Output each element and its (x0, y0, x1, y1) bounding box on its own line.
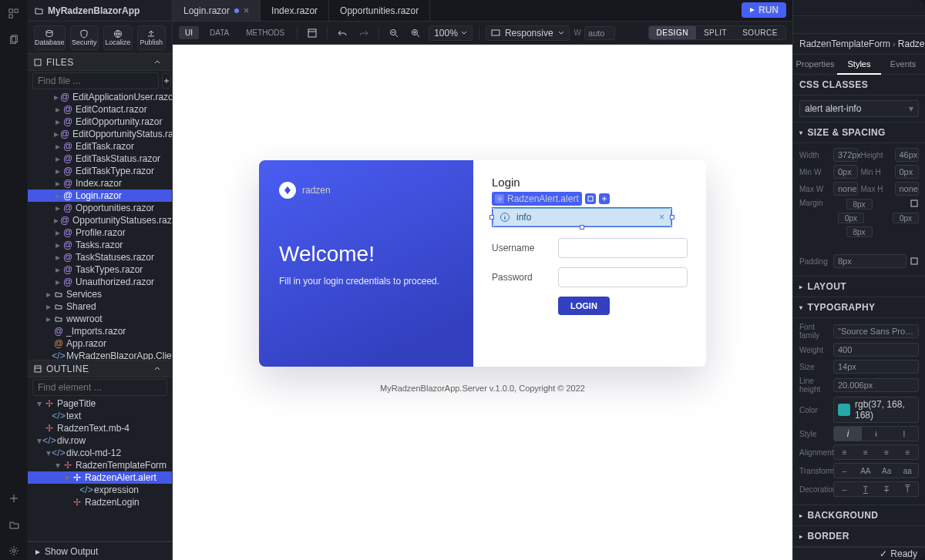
responsive-select[interactable]: Responsive (486, 25, 570, 41)
file-Unauthorized.razor[interactable]: ▸@Unauthorized.razor (28, 276, 172, 288)
file-MyRadzenBlazorApp.Client.csproj[interactable]: </>MyRadzenBlazorApp.Client.csproj (28, 350, 172, 360)
outline-RadzenTemplateForm[interactable]: ▾✢RadzenTemplateForm (28, 459, 172, 471)
design-canvas[interactable]: radzen Welcome! Fill in your login crede… (173, 45, 792, 560)
text-transform-row[interactable]: –AAAaaa (833, 463, 919, 478)
view-split[interactable]: SPLIT (696, 26, 735, 39)
font-style-row[interactable]: iiI (833, 426, 919, 441)
security-button[interactable]: Security (70, 25, 99, 50)
minh-field[interactable]: 0px (895, 165, 920, 179)
database-button[interactable]: Database (34, 25, 66, 50)
file-Profile.razor[interactable]: ▸@Profile.razor (28, 226, 172, 239)
css-classes-input[interactable]: alert alert-info▾ (799, 100, 919, 117)
line-height-field[interactable]: 20.006px (833, 378, 919, 392)
margin-left[interactable]: 0px (838, 213, 864, 223)
file-EditOpportunityStatus.razor[interactable]: ▸@EditOpportunityStatus.razor (28, 128, 172, 140)
file-EditTask.razor[interactable]: ▸@EditTask.razor (28, 140, 172, 153)
new-file-button[interactable] (162, 73, 171, 89)
file-EditTaskType.razor[interactable]: ▸@EditTaskType.razor (28, 165, 172, 177)
margin-bottom[interactable]: 8px (846, 226, 873, 237)
selected-alert[interactable]: info × (492, 207, 672, 227)
width-input[interactable] (584, 26, 615, 40)
undo-icon[interactable] (334, 25, 351, 41)
sec-background[interactable]: ▸BACKGROUND (793, 505, 925, 526)
outline-div.col-md-12[interactable]: ▾</>div.col-md-12 (28, 447, 172, 459)
localize-button[interactable]: Localize (103, 25, 132, 50)
maxw-field[interactable]: none (833, 182, 858, 196)
file-App.razor[interactable]: @App.razor (28, 337, 172, 350)
rail-copy-icon[interactable] (5, 31, 23, 49)
file-Index.razor[interactable]: ▸@Index.razor (28, 177, 172, 189)
outline-RadzenLogin[interactable]: ✢RadzenLogin (28, 496, 172, 508)
height-field[interactable]: 46px (895, 148, 920, 162)
file-EditContact.razor[interactable]: ▸@EditContact.razor (28, 103, 172, 116)
font-family-field[interactable]: "Source Sans Pro", -apple-sy (833, 324, 919, 338)
zoom-in-icon[interactable] (407, 25, 424, 41)
file-EditTaskStatus.razor[interactable]: ▸@EditTaskStatus.razor (28, 153, 172, 165)
margin-top[interactable]: 8px (846, 199, 873, 210)
file-_Imports.razor[interactable]: @_Imports.razor (28, 325, 172, 337)
file-TaskTypes.razor[interactable]: ▸@TaskTypes.razor (28, 263, 172, 276)
rail-settings-icon[interactable] (5, 542, 23, 560)
file-Opportunities.razor[interactable]: ▸@Opportunities.razor (28, 202, 172, 214)
find-file-input[interactable] (32, 72, 159, 89)
file-TaskStatuses.razor[interactable]: ▸@TaskStatuses.razor (28, 251, 172, 263)
outline-RadzenAlert.alert[interactable]: ▾✢RadzenAlert.alert (28, 471, 172, 484)
show-output[interactable]: ▸Show Output (28, 542, 172, 560)
login-button[interactable]: LOGIN (558, 297, 610, 315)
sec-border[interactable]: ▸BORDER (793, 526, 925, 547)
tab-properties[interactable]: Properties (793, 55, 837, 74)
alert-close-icon[interactable]: × (659, 212, 664, 223)
folder-Shared[interactable]: ▸Shared (28, 300, 172, 313)
file-OpportunityStatuses.razor[interactable]: ▸@OpportunityStatuses.razor (28, 214, 172, 226)
zoom-out-icon[interactable] (385, 25, 402, 41)
maxh-field[interactable]: none (895, 182, 920, 196)
view-source[interactable]: SOURCE (735, 26, 785, 39)
find-element-input[interactable] (32, 379, 167, 396)
link-padding-icon[interactable] (910, 257, 919, 266)
redo-icon[interactable] (355, 25, 372, 41)
tab-Index.razor[interactable]: Index.razor (261, 0, 329, 21)
tab-Login.razor[interactable]: Login.razor× (173, 0, 261, 21)
folder-Services[interactable]: ▸Services (28, 288, 172, 300)
text-deco-row[interactable]: –TTT (833, 481, 919, 497)
font-size-field[interactable]: 14px (833, 360, 919, 374)
file-tree[interactable]: ▸@EditApplicationUser.razor▸@EditContact… (28, 91, 172, 360)
username-input[interactable] (558, 238, 688, 258)
files-section-header[interactable]: FILES (28, 54, 172, 71)
mode-methods[interactable]: METHODS (240, 26, 291, 39)
outline-RadzenText.mb-4[interactable]: ✢RadzenText.mb-4 (28, 422, 172, 434)
outline-tree[interactable]: ▾✢PageTitle</>text✢RadzenText.mb-4▾</>di… (28, 397, 172, 542)
breadcrumb[interactable]: RadzenTemplateForm › RadzenAlert.alert (793, 34, 925, 55)
save-layout-icon[interactable] (304, 25, 321, 41)
rail-add-icon[interactable] (5, 489, 23, 508)
file-Login.razor[interactable]: ▸@Login.razor (28, 189, 172, 202)
text-align-row[interactable]: ≡≡≡≡ (833, 444, 919, 460)
width-field[interactable]: 372px (833, 148, 858, 162)
tab-events[interactable]: Events (881, 55, 925, 74)
sel-action-2[interactable] (599, 193, 610, 204)
margin-right[interactable]: 0px (893, 213, 919, 223)
run-button[interactable]: RUN (742, 2, 786, 18)
file-Tasks.razor[interactable]: ▸@Tasks.razor (28, 239, 172, 251)
view-design[interactable]: DESIGN (649, 26, 696, 39)
tab-styles[interactable]: Styles (837, 55, 881, 75)
link-margins-icon[interactable] (910, 199, 919, 208)
color-field[interactable]: rgb(37, 168, 168) (833, 397, 919, 423)
outline-text[interactable]: </>text (28, 410, 172, 422)
mode-data[interactable]: DATA (204, 26, 235, 39)
password-input[interactable] (558, 267, 688, 287)
sec-layout[interactable]: ▸LAYOUT (793, 277, 925, 297)
rail-components-icon[interactable] (5, 5, 23, 23)
sel-action-1[interactable] (585, 193, 596, 204)
folder-wwwroot[interactable]: ▸wwwroot (28, 313, 172, 325)
font-weight-field[interactable]: 400 (833, 343, 919, 357)
padding-field[interactable]: 8px (833, 254, 906, 268)
outline-PageTitle[interactable]: ▾✢PageTitle (28, 397, 172, 410)
selected-element-chip[interactable]: ✢RadzenAlert.alert (492, 192, 582, 206)
minw-field[interactable]: 0px (833, 165, 858, 179)
outline-expression[interactable]: </>expression (28, 484, 172, 496)
tab-Opportunities.razor[interactable]: Opportunities.razor (329, 0, 430, 21)
sec-typo[interactable]: ▾TYPOGRAPHY (793, 297, 925, 318)
rail-open-icon[interactable] (5, 515, 23, 534)
sec-size[interactable]: ▾SIZE & SPACING (793, 122, 925, 143)
